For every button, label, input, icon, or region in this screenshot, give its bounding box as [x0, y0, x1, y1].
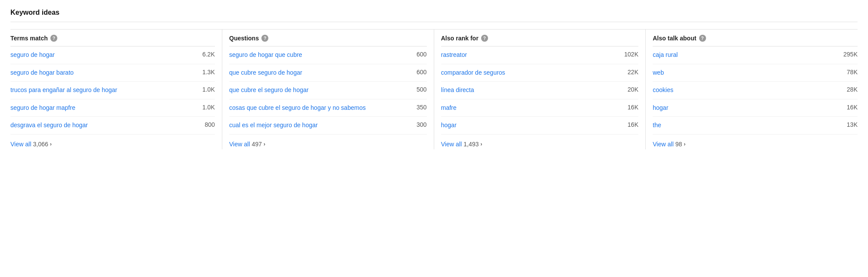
table-row: cookies28K — [653, 82, 858, 99]
keyword-count: 350 — [416, 104, 426, 111]
table-row: hogar16K — [441, 117, 639, 135]
table-row: que cubre seguro de hogar600 — [229, 64, 427, 82]
keyword-count: 800 — [205, 121, 215, 128]
keyword-link[interactable]: the — [653, 121, 847, 130]
keyword-link[interactable]: web — [653, 69, 847, 77]
keyword-count: 20K — [627, 86, 638, 93]
table-row: línea directa20K — [441, 82, 639, 99]
keyword-link[interactable]: seguro de hogar que cubre — [229, 51, 416, 59]
table-row: trucos para engañar al seguro de hogar1.… — [10, 82, 215, 99]
help-icon-terms-match[interactable]: ? — [50, 35, 57, 42]
keyword-link[interactable]: trucos para engañar al seguro de hogar — [10, 86, 202, 95]
column-terms-match: Terms match?seguro de hogar6.2Kseguro de… — [10, 30, 222, 149]
keyword-count: 13K — [847, 121, 858, 128]
keyword-count: 1.3K — [202, 69, 215, 76]
table-row: the13K — [653, 117, 858, 135]
table-row: caja rural295K — [653, 46, 858, 64]
keyword-count: 22K — [627, 69, 638, 76]
help-icon-questions[interactable]: ? — [261, 35, 268, 42]
chevron-right-icon: › — [50, 141, 52, 147]
help-icon-also-talk-about[interactable]: ? — [699, 35, 706, 42]
help-icon-also-rank-for[interactable]: ? — [481, 35, 488, 42]
keyword-count: 6.2K — [202, 51, 215, 58]
view-all-count: 3,066 — [33, 141, 48, 148]
keyword-count: 300 — [416, 121, 426, 128]
view-all-also-rank-for: View all 1,493› — [441, 135, 639, 149]
keyword-link[interactable]: rastreator — [441, 51, 624, 59]
view-all-link[interactable]: View all — [441, 141, 462, 148]
table-row: cosas que cubre el seguro de hogar y no … — [229, 99, 427, 117]
keyword-count: 78K — [847, 69, 858, 76]
table-row: que cubre el seguro de hogar500 — [229, 82, 427, 99]
table-row: cual es el mejor seguro de hogar300 — [229, 117, 427, 135]
chevron-right-icon: › — [481, 141, 482, 147]
keyword-count: 1.0K — [202, 86, 215, 93]
table-row: seguro de hogar mapfre1.0K — [10, 99, 215, 117]
view-all-link[interactable]: View all — [229, 141, 250, 148]
view-all-questions: View all 497› — [229, 135, 427, 149]
keyword-link[interactable]: seguro de hogar mapfre — [10, 104, 202, 112]
keyword-link[interactable]: desgrava el seguro de hogar — [10, 121, 205, 130]
keyword-count: 16K — [627, 121, 638, 128]
column-also-rank-for: Also rank for?rastreator102Kcomparador d… — [434, 30, 646, 149]
keyword-link[interactable]: hogar — [441, 121, 628, 130]
keyword-count: 600 — [416, 51, 426, 58]
table-row: seguro de hogar6.2K — [10, 46, 215, 64]
keyword-link[interactable]: línea directa — [441, 86, 628, 95]
column-header-label-also-rank-for: Also rank for — [441, 35, 479, 42]
view-all-count: 497 — [252, 141, 262, 148]
table-row: hogar16K — [653, 99, 858, 117]
keyword-count: 1.0K — [202, 104, 215, 111]
page-title: Keyword ideas — [10, 9, 858, 22]
keyword-ideas-columns: Terms match?seguro de hogar6.2Kseguro de… — [10, 29, 858, 149]
table-row: rastreator102K — [441, 46, 639, 64]
keyword-count: 102K — [624, 51, 639, 58]
keyword-link[interactable]: cual es el mejor seguro de hogar — [229, 121, 416, 130]
keyword-link[interactable]: cosas que cubre el seguro de hogar y no … — [229, 104, 416, 112]
column-questions: Questions?seguro de hogar que cubre600qu… — [222, 30, 434, 149]
keyword-link[interactable]: caja rural — [653, 51, 843, 59]
view-all-count: 98 — [675, 141, 682, 148]
view-all-link[interactable]: View all — [653, 141, 673, 148]
keyword-count: 295K — [843, 51, 858, 58]
keyword-link[interactable]: seguro de hogar barato — [10, 69, 202, 77]
table-row: web78K — [653, 64, 858, 82]
table-row: seguro de hogar que cubre600 — [229, 46, 427, 64]
view-all-also-talk-about: View all 98› — [653, 135, 858, 149]
column-header-also-rank-for: Also rank for? — [441, 30, 639, 46]
keyword-link[interactable]: cookies — [653, 86, 847, 95]
keyword-link[interactable]: que cubre el seguro de hogar — [229, 86, 416, 95]
chevron-right-icon: › — [684, 141, 686, 147]
chevron-right-icon: › — [264, 141, 265, 147]
column-header-also-talk-about: Also talk about? — [653, 30, 858, 46]
table-row: comparador de seguros22K — [441, 64, 639, 82]
column-header-questions: Questions? — [229, 30, 427, 46]
keyword-link[interactable]: que cubre seguro de hogar — [229, 69, 416, 77]
keyword-link[interactable]: comparador de seguros — [441, 69, 628, 77]
keyword-link[interactable]: mafre — [441, 104, 628, 112]
column-header-label-also-talk-about: Also talk about — [653, 35, 696, 42]
keyword-link[interactable]: seguro de hogar — [10, 51, 202, 59]
view-all-link[interactable]: View all — [10, 141, 31, 148]
keyword-count: 16K — [627, 104, 638, 111]
column-also-talk-about: Also talk about?caja rural295Kweb78Kcook… — [646, 30, 858, 149]
column-header-label-terms-match: Terms match — [10, 35, 48, 42]
column-header-label-questions: Questions — [229, 35, 259, 42]
view-all-count: 1,493 — [464, 141, 479, 148]
column-header-terms-match: Terms match? — [10, 30, 215, 46]
keyword-count: 600 — [416, 69, 426, 76]
table-row: mafre16K — [441, 99, 639, 117]
keyword-link[interactable]: hogar — [653, 104, 847, 112]
keyword-count: 500 — [416, 86, 426, 93]
keyword-count: 16K — [847, 104, 858, 111]
keyword-count: 28K — [847, 86, 858, 93]
view-all-terms-match: View all 3,066› — [10, 135, 215, 149]
table-row: desgrava el seguro de hogar800 — [10, 117, 215, 135]
table-row: seguro de hogar barato1.3K — [10, 64, 215, 82]
